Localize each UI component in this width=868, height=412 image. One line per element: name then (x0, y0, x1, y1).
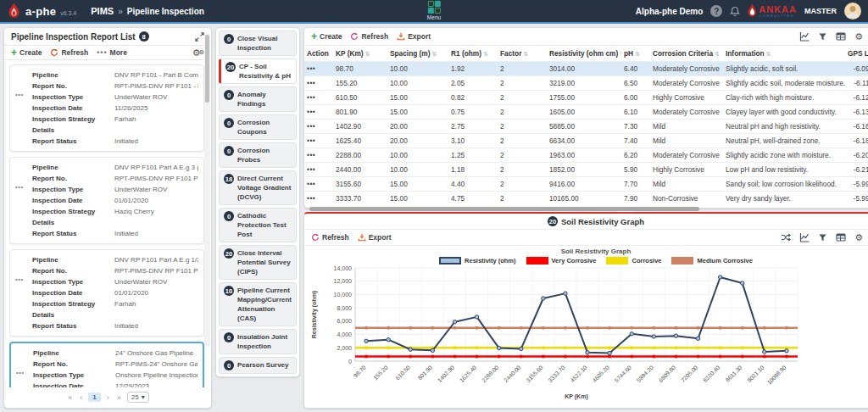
table-create-button[interactable]: + Create (311, 32, 342, 41)
columns-icon[interactable] (836, 232, 846, 242)
row-action-button[interactable]: ••• (304, 134, 333, 148)
row-action-button[interactable]: ••• (304, 91, 333, 105)
field-value: RPT-PIMS-24" Onshore Gas Pipeli... (115, 359, 198, 370)
page-prev-button[interactable]: ‹ (78, 393, 84, 402)
column-header[interactable]: KP (Km) ⇅ (333, 46, 387, 62)
inspection-menu-item[interactable]: 20Close Interval Potential Survey (CIPS) (219, 245, 297, 280)
table-row[interactable]: •••801.9015.000.7521605.006.10Moderately… (304, 105, 868, 120)
settings-gear-icon[interactable]: ⚙ (854, 32, 863, 41)
column-header[interactable]: GPS Latit ⇅ (845, 46, 868, 62)
graph-export-button[interactable]: Export (358, 233, 392, 242)
refresh-button[interactable]: Refresh (50, 48, 88, 57)
page-next-button[interactable]: › (105, 393, 111, 402)
column-header[interactable]: Resistivity (ohm cm) ⇅ (547, 46, 621, 62)
table-cell: Mild (650, 177, 723, 192)
topbar: a-phe v6.3.4 PIMS » Pipeline Inspection … (0, 0, 868, 24)
card-more-button[interactable]: ••• (15, 91, 24, 98)
breadcrumb-app[interactable]: PIMS (91, 6, 114, 16)
column-header[interactable]: Information ⇅ (723, 46, 845, 62)
page-size-select[interactable]: 25▾ (127, 392, 149, 403)
list-scrollbar[interactable] (204, 33, 210, 347)
columns-icon[interactable] (836, 31, 846, 42)
table-cell: 10.00 (387, 62, 448, 76)
row-action-button[interactable]: ••• (304, 105, 333, 120)
expand-icon[interactable] (195, 32, 204, 42)
table-row[interactable]: •••155.2010.002.0523219.006.50Moderately… (304, 76, 868, 91)
page-current[interactable]: 1 (88, 393, 100, 402)
chevron-down-icon: ▾ (142, 393, 145, 401)
row-action-button[interactable]: ••• (304, 62, 333, 76)
chart-view-icon[interactable] (799, 31, 810, 42)
column-header[interactable]: pH ⇅ (621, 46, 650, 62)
chart-view-icon[interactable] (799, 232, 810, 242)
table-row[interactable]: •••610.5015.000.8221755.006.00Highly Cor… (304, 91, 868, 105)
create-button[interactable]: + Create (11, 48, 42, 57)
item-label: Corrosion Coupons (237, 118, 292, 136)
card-field-row: Inspection TypeUnderWater ROV (32, 184, 198, 195)
inspection-menu-item[interactable]: 20CP - Soil Resistivity & pH (219, 58, 297, 84)
table-cell: 2440.00 (333, 163, 387, 177)
inspection-menu-item[interactable]: 0Anomaly Findings (219, 86, 297, 112)
filter-icon[interactable] (818, 32, 827, 42)
inspection-menu-item[interactable]: 0Insulation Joint Inspection (219, 329, 297, 354)
shuffle-icon[interactable] (781, 232, 791, 242)
notifications-bell-icon[interactable] (730, 6, 740, 17)
inspection-menu-item[interactable]: 0Close Visual Inspection (219, 31, 297, 56)
inspection-menu-item[interactable]: 0Pearson Survey (219, 357, 297, 374)
table-cell: 10.00 (387, 163, 448, 177)
help-icon[interactable]: ? (710, 5, 722, 17)
table-cell: 7.40 (621, 134, 650, 148)
table-row[interactable]: •••3333.7015.004.75210165.007.90Non-Corr… (304, 192, 868, 206)
table-row[interactable]: •••3155.6015.004.4029416.007.70MildSandy… (304, 177, 868, 192)
column-header[interactable]: Factor ⇅ (498, 46, 547, 62)
item-label: Pipeline Current Mapping/Current Attenua… (237, 286, 292, 323)
filter-icon[interactable] (818, 233, 827, 242)
row-action-button[interactable]: ••• (304, 76, 333, 91)
inspection-menu-item[interactable]: 0Corrosion Coupons (219, 114, 297, 140)
legend-item: Very Corrosive (526, 257, 597, 264)
settings-gears-icon[interactable]: ⚙⚙ (192, 48, 204, 57)
table-row[interactable]: •••1625.4020.003.1026634.007.40MildNeutr… (304, 134, 868, 148)
table-cell: 1625.40 (333, 134, 387, 148)
column-header[interactable]: Action (304, 46, 333, 62)
menu-button[interactable]: Menu (427, 1, 441, 20)
user-avatar[interactable] (844, 3, 861, 19)
report-card[interactable]: •••Pipeline24" Onshore Gas PipelineRepor… (9, 342, 204, 387)
settings-gear-icon[interactable]: ⚙ (854, 233, 863, 242)
inspection-menu-item[interactable]: 0Cathodic Protection Test Post (219, 208, 297, 242)
field-value: Farhah (114, 298, 198, 320)
page-last-button[interactable]: » (115, 393, 123, 402)
table-cell: 2.05 (448, 76, 498, 91)
row-action-button[interactable]: ••• (304, 192, 333, 206)
table-row[interactable]: •••2288.0010.001.2521963.006.20Moderatel… (304, 148, 868, 163)
card-more-button[interactable]: ••• (15, 276, 24, 283)
inspection-menu-item[interactable]: 0Corrosion Probes (219, 142, 297, 168)
line-chart[interactable]: 02,0004,0006,0008,00010,00012,00014,000R… (308, 264, 810, 402)
report-card[interactable]: •••PipelineDNV RP F101 - Part B Compress… (9, 64, 204, 152)
inspection-menu-item[interactable]: 10Pipeline Current Mapping/Current Atten… (219, 282, 297, 326)
report-card[interactable]: •••PipelineDNV RP F101 Part A E.g 1/2Rep… (9, 249, 204, 337)
table-row[interactable]: •••2440.0010.001.1821852.005.90Highly Co… (304, 163, 868, 177)
report-card[interactable]: •••PipelineDNV RP F101 Part A E.g 3 (Int… (9, 157, 204, 244)
ankaa-logo[interactable]: ANKAA CONSULTING (748, 3, 797, 19)
page-first-button[interactable]: « (66, 393, 74, 402)
table-row[interactable]: •••1402.9020.002.7525885.007.30MildNeutr… (304, 120, 868, 134)
row-action-button[interactable]: ••• (304, 177, 333, 192)
row-action-button[interactable]: ••• (304, 163, 333, 177)
column-header[interactable]: R1 (ohm) ⇅ (448, 46, 498, 62)
card-more-button[interactable]: ••• (16, 369, 25, 376)
card-field-row: PipelineDNV RP F101 Part A E.g 3 (Intern… (32, 162, 198, 173)
column-header[interactable]: Spacing (m) ⇅ (387, 46, 448, 62)
row-action-button[interactable]: ••• (304, 120, 333, 134)
more-button[interactable]: ••• More (97, 48, 127, 57)
card-more-button[interactable]: ••• (15, 183, 24, 191)
table-refresh-button[interactable]: Refresh (350, 32, 388, 41)
graph-refresh-button[interactable]: Refresh (311, 233, 349, 242)
table-export-button[interactable]: Export (397, 32, 431, 41)
table-row[interactable]: •••98.7010.001.9223014.006.40Moderately … (304, 62, 868, 76)
field-value: DNV RP F101 - Part B Compression (114, 70, 198, 81)
column-header[interactable]: Corrosion Criteria ⇅ (650, 46, 723, 62)
row-action-button[interactable]: ••• (304, 148, 333, 163)
inspection-menu-item[interactable]: 18Direct Current Voltage Gradient (DCVG) (219, 170, 297, 205)
table-cell: Moderately Corrosive (650, 105, 723, 120)
